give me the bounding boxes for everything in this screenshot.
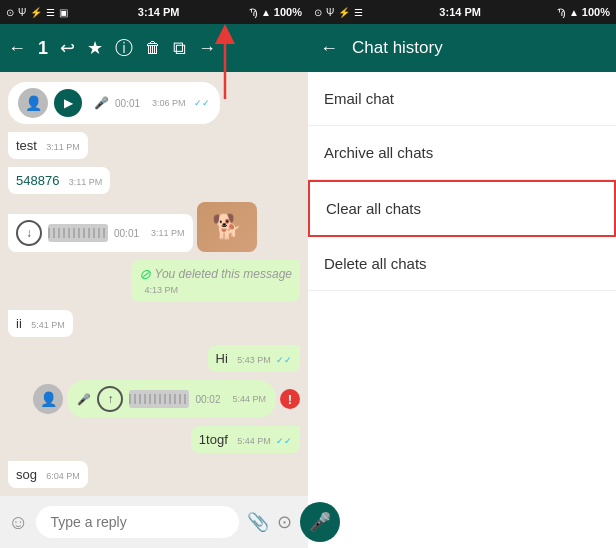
message-text: ii [16, 316, 22, 331]
selected-count: 1 [38, 38, 48, 59]
text-bubble: Hi 5:43 PM ✓✓ [208, 345, 301, 372]
voice-duration: 00:01 [115, 98, 140, 109]
message-text: Hi [216, 351, 228, 366]
mic-icon: 🎤 [77, 393, 91, 406]
message-time: 3:11 PM [151, 228, 185, 238]
copy-icon[interactable]: ⧉ [173, 38, 186, 59]
error-badge: ! [280, 389, 300, 409]
sim-icon: Ψ [18, 7, 26, 18]
voice-download-bubble: ↓ 00:01 3:11 PM [8, 214, 193, 252]
list-item: 1togf 5:44 PM ✓✓ [8, 426, 300, 453]
left-panel: ⊙ Ψ ⚡ ☰ ▣ 3:14 PM Ϡ ▲ 100% ← 1 ↩ ★ ⓘ 🗑 ⧉… [0, 0, 308, 548]
download-button[interactable]: ↓ [16, 220, 42, 246]
message-time: 3:11 PM [69, 177, 103, 187]
list-item: ⊘ You deleted this message 4:13 PM [8, 260, 300, 302]
avatar: 👤 [18, 88, 48, 118]
text-bubble: test 3:11 PM [8, 132, 88, 159]
read-ticks: ✓✓ [276, 355, 292, 365]
menu-item-email-chat[interactable]: Email chat [308, 72, 616, 126]
left-time: 3:14 PM [138, 6, 180, 18]
delete-icon[interactable]: 🗑 [145, 39, 161, 57]
message-text: 1togf [199, 432, 228, 447]
right-time: 3:14 PM [439, 6, 481, 18]
chat-history-menu: Email chat Archive all chats Clear all c… [308, 72, 616, 291]
message-time: 5:44 PM [232, 394, 266, 404]
list-item: 548876 3:11 PM [8, 167, 300, 194]
signal-icon: ⊙ [6, 7, 14, 18]
camera-button[interactable]: ⊙ [277, 511, 292, 533]
list-item: sog 6:04 PM [8, 461, 300, 488]
chat-messages: 👤 ▶ 🎤 00:01 3:06 PM ✓✓ test 3:11 PM 5488… [0, 72, 308, 496]
list-item: 👤 ▶ 🎤 00:01 3:06 PM ✓✓ [8, 82, 300, 124]
avatar: 👤 [33, 384, 63, 414]
attach-button[interactable]: 📎 [247, 511, 269, 533]
right-status-bar: ⊙ Ψ ⚡ ☰ 3:14 PM Ϡ ▲ 100% [308, 0, 616, 24]
battery-text: 100% [582, 6, 610, 18]
voice-message-received: 👤 ▶ 🎤 00:01 3:06 PM ✓✓ [8, 82, 220, 124]
wifi-icon: ▲ [261, 7, 271, 18]
voice-duration: 00:01 [114, 228, 139, 239]
reply-input[interactable] [36, 506, 239, 538]
notif-icon: ☰ [46, 7, 55, 18]
info-icon[interactable]: ⓘ [115, 36, 133, 60]
menu-item-archive-chats[interactable]: Archive all chats [308, 126, 616, 180]
deleted-text: ⊘ You deleted this message [139, 266, 292, 282]
forward-icon[interactable]: → [198, 38, 216, 59]
upload-button[interactable]: ↑ [97, 386, 123, 412]
message-time: 5:44 PM [237, 436, 271, 446]
mic-icon: 🎤 [94, 96, 109, 110]
text-bubble: 1togf 5:44 PM ✓✓ [191, 426, 300, 453]
waveform [48, 224, 108, 242]
waveform [129, 390, 189, 408]
bt-icon: Ϡ [557, 7, 566, 18]
list-item: Hi 5:43 PM ✓✓ [8, 345, 300, 372]
input-bar: ☺ 📎 ⊙ 🎤 [0, 496, 308, 548]
page-title: Chat history [352, 38, 443, 58]
menu-item-clear-chats[interactable]: Clear all chats [308, 180, 616, 237]
battery-text: 100% [274, 6, 302, 18]
usb-icon: ⚡ [338, 7, 350, 18]
notif-icon: ☰ [354, 7, 363, 18]
left-status-bar: ⊙ Ψ ⚡ ☰ ▣ 3:14 PM Ϡ ▲ 100% [0, 0, 308, 24]
usb-icon: ⚡ [30, 7, 42, 18]
link-bubble: 548876 3:11 PM [8, 167, 110, 194]
star-icon[interactable]: ★ [87, 37, 103, 59]
back-button[interactable]: ← [320, 38, 338, 59]
emoji-button[interactable]: ☺ [8, 511, 28, 534]
message-text: sog [16, 467, 37, 482]
link-text[interactable]: 548876 [16, 173, 59, 188]
read-ticks: ✓✓ [194, 98, 210, 108]
image-thumbnail: 🐕 [197, 202, 257, 252]
message-time: 3:11 PM [46, 142, 80, 152]
list-item: test 3:11 PM [8, 132, 300, 159]
voice-message-sent: 🎤 ↑ 00:02 5:44 PM [67, 380, 276, 418]
reply-icon[interactable]: ↩ [60, 37, 75, 59]
list-item: ↓ 00:01 3:11 PM 🐕 [8, 202, 300, 252]
message-time: 6:04 PM [46, 471, 80, 481]
chat-top-bar: ← 1 ↩ ★ ⓘ 🗑 ⧉ → [0, 24, 308, 72]
list-item: ii 5:41 PM [8, 310, 300, 337]
mic-icon: 🎤 [309, 511, 331, 533]
message-time: 3:06 PM [152, 98, 186, 108]
text-bubble: ii 5:41 PM [8, 310, 73, 337]
back-button[interactable]: ← [8, 38, 26, 59]
message-text: test [16, 138, 37, 153]
wifi-icon: ▲ [569, 7, 579, 18]
right-panel: ⊙ Ψ ⚡ ☰ 3:14 PM Ϡ ▲ 100% ← Chat history … [308, 0, 616, 548]
text-bubble: sog 6:04 PM [8, 461, 88, 488]
list-item: 👤 🎤 ↑ 00:02 5:44 PM ! [8, 380, 300, 418]
bt-icon: Ϡ [249, 7, 258, 18]
chat-history-top-bar: ← Chat history [308, 24, 616, 72]
deleted-bubble: ⊘ You deleted this message 4:13 PM [131, 260, 300, 302]
menu-item-delete-chats[interactable]: Delete all chats [308, 237, 616, 291]
read-ticks: ✓✓ [276, 436, 292, 446]
message-time: 5:41 PM [31, 320, 65, 330]
signal-icon: ⊙ [314, 7, 322, 18]
voice-duration: 00:02 [195, 394, 220, 405]
play-button[interactable]: ▶ [54, 89, 82, 117]
check-circle-icon: ⊘ [139, 266, 151, 282]
message-time: 4:13 PM [145, 285, 179, 295]
screen-icon: ▣ [59, 7, 68, 18]
sim-icon: Ψ [326, 7, 334, 18]
message-time: 5:43 PM [237, 355, 271, 365]
